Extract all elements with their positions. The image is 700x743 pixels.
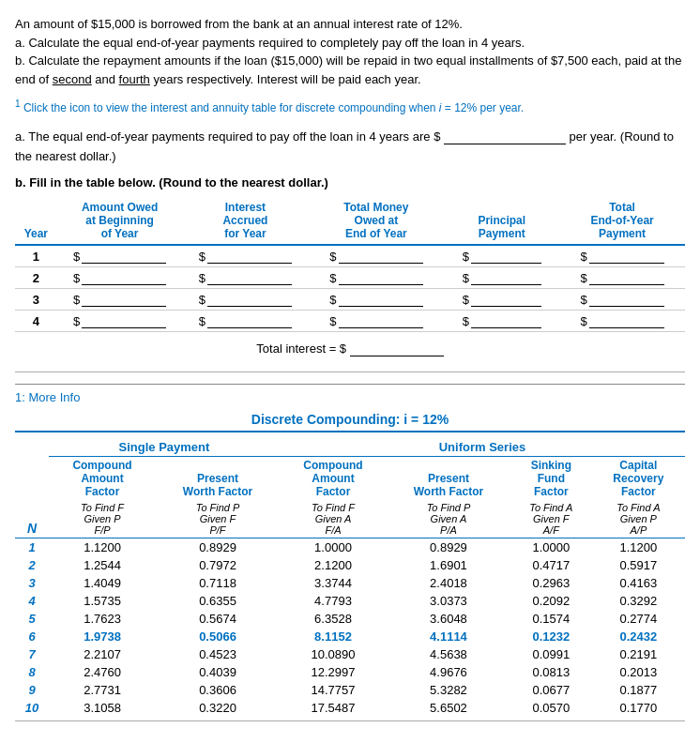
pf-cell: 0.3606 bbox=[156, 681, 280, 699]
amount-owed-input[interactable] bbox=[82, 270, 166, 285]
fp-cell: 1.9738 bbox=[49, 628, 156, 645]
amount-owed-input[interactable] bbox=[82, 249, 166, 264]
interest-cell: $ bbox=[183, 245, 309, 267]
year-cell: 2 bbox=[15, 267, 57, 289]
total-money-input[interactable] bbox=[339, 313, 423, 328]
ap-cell: 0.3292 bbox=[592, 592, 685, 610]
dc-table-row: 5 1.7623 0.5674 6.3528 3.6048 0.1574 0.2… bbox=[15, 610, 685, 628]
pa-cell: 2.4018 bbox=[387, 574, 510, 592]
ap-header: To Find AGiven PA/P bbox=[592, 500, 685, 538]
sinking-fund-header: SinkingFundFactor bbox=[510, 457, 592, 501]
pf-cell: 0.4523 bbox=[156, 645, 280, 663]
pa-cell: 5.6502 bbox=[387, 699, 510, 717]
dc-title: Discrete Compounding: i = 12% bbox=[15, 412, 685, 432]
eoy-cell: $ bbox=[559, 245, 685, 267]
fp-cell: 1.5735 bbox=[49, 592, 156, 610]
amount-owed-cell: $ bbox=[57, 267, 183, 289]
principal-cell: $ bbox=[444, 267, 559, 289]
more-info-toggle[interactable]: 1: More Info bbox=[15, 390, 685, 404]
year-cell: 1 bbox=[15, 245, 57, 267]
fa-cell: 2.1200 bbox=[280, 556, 387, 574]
principal-input[interactable] bbox=[471, 313, 541, 328]
total-money-input[interactable] bbox=[339, 292, 423, 307]
principal-input[interactable] bbox=[471, 292, 541, 307]
pf-cell: 0.7972 bbox=[156, 556, 280, 574]
af-cell: 0.0677 bbox=[510, 681, 592, 699]
dc-table-row: 9 2.7731 0.3606 14.7757 5.3282 0.0677 0.… bbox=[15, 681, 685, 699]
compound-amount-us-header: CompoundAmountFactor bbox=[280, 457, 387, 501]
interest-input[interactable] bbox=[207, 313, 292, 328]
total-interest-input[interactable] bbox=[350, 341, 444, 356]
af-cell: 0.1574 bbox=[510, 610, 592, 628]
dc-table: N Single Payment Uniform Series Compound… bbox=[15, 438, 685, 717]
intro-line2a: a. Calculate the equal end-of-year payme… bbox=[15, 34, 685, 53]
principal-cell: $ bbox=[444, 311, 559, 332]
fp-cell: 2.7731 bbox=[49, 681, 156, 699]
af-cell: 0.2963 bbox=[510, 574, 592, 592]
dc-table-row: 3 1.4049 0.7118 3.3744 2.4018 0.2963 0.4… bbox=[15, 574, 685, 592]
af-cell: 0.0813 bbox=[510, 663, 592, 681]
af-cell: 0.0570 bbox=[510, 699, 592, 717]
eoy-input[interactable] bbox=[589, 270, 664, 285]
total-interest-label: Total interest = $ bbox=[256, 341, 346, 356]
col-interest: InterestAccruedfor Year bbox=[183, 197, 309, 245]
table-row: 1 $ $ $ $ $ bbox=[15, 245, 685, 267]
part-a-input[interactable] bbox=[444, 129, 566, 144]
table-row: 4 $ $ $ $ $ bbox=[15, 311, 685, 332]
pa-cell: 4.9676 bbox=[387, 663, 510, 681]
ap-cell: 0.2013 bbox=[592, 663, 685, 681]
col-total-eoy: TotalEnd-of-YearPayment bbox=[559, 197, 685, 245]
pf-cell: 0.5066 bbox=[156, 628, 280, 645]
n-cell: 3 bbox=[15, 574, 49, 592]
principal-input[interactable] bbox=[471, 249, 541, 264]
ap-cell: 0.2191 bbox=[592, 645, 685, 663]
interest-cell: $ bbox=[183, 267, 309, 289]
eoy-cell: $ bbox=[559, 267, 685, 289]
af-cell: 0.1232 bbox=[510, 628, 592, 645]
fa-cell: 10.0890 bbox=[280, 645, 387, 663]
eoy-input[interactable] bbox=[589, 313, 664, 328]
principal-cell: $ bbox=[444, 245, 559, 267]
ap-cell: 0.1770 bbox=[592, 699, 685, 717]
fa-cell: 6.3528 bbox=[280, 610, 387, 628]
n-cell: 8 bbox=[15, 663, 49, 681]
interest-input[interactable] bbox=[207, 270, 292, 285]
ap-cell: 0.1877 bbox=[592, 681, 685, 699]
n-cell: 4 bbox=[15, 592, 49, 610]
amount-owed-cell: $ bbox=[57, 311, 183, 332]
n-cell: 1 bbox=[15, 538, 49, 557]
pa-cell: 3.6048 bbox=[387, 610, 510, 628]
af-cell: 0.4717 bbox=[510, 556, 592, 574]
total-money-input[interactable] bbox=[339, 249, 423, 264]
total-money-cell: $ bbox=[308, 311, 444, 332]
present-worth-header: PresentWorth Factor bbox=[156, 457, 280, 501]
col-total-money: Total MoneyOwed atEnd of Year bbox=[308, 197, 444, 245]
af-cell: 0.0991 bbox=[510, 645, 592, 663]
main-table: Year Amount Owedat Beginningof Year Inte… bbox=[15, 197, 685, 332]
fa-cell: 17.5487 bbox=[280, 699, 387, 717]
interest-input[interactable] bbox=[207, 249, 292, 264]
dc-table-row: 6 1.9738 0.5066 8.1152 4.1114 0.1232 0.2… bbox=[15, 628, 685, 645]
more-info-section: 1: More Info Discrete Compounding: i = 1… bbox=[15, 384, 685, 721]
pa-cell: 4.1114 bbox=[387, 628, 510, 645]
total-money-cell: $ bbox=[308, 267, 444, 289]
eoy-input[interactable] bbox=[589, 292, 664, 307]
amount-owed-input[interactable] bbox=[82, 292, 166, 307]
af-cell: 1.0000 bbox=[510, 538, 592, 557]
fp-header: To Find FGiven PF/P bbox=[49, 500, 156, 538]
ap-cell: 0.4163 bbox=[592, 574, 685, 592]
pa-cell: 5.3282 bbox=[387, 681, 510, 699]
interest-input[interactable] bbox=[207, 292, 292, 307]
amount-owed-input[interactable] bbox=[82, 313, 166, 328]
amount-owed-cell: $ bbox=[57, 289, 183, 311]
af-cell: 0.2092 bbox=[510, 592, 592, 610]
table-row: 2 $ $ $ $ $ bbox=[15, 267, 685, 289]
principal-cell: $ bbox=[444, 289, 559, 311]
total-money-input[interactable] bbox=[339, 270, 423, 285]
part-a-section: a. The equal end-of-year payments requir… bbox=[15, 128, 685, 167]
principal-input[interactable] bbox=[471, 270, 541, 285]
n-header: N bbox=[15, 438, 49, 538]
eoy-input[interactable] bbox=[589, 249, 664, 264]
ap-cell: 1.1200 bbox=[592, 538, 685, 557]
dc-table-row: 2 1.2544 0.7972 2.1200 1.6901 0.4717 0.5… bbox=[15, 556, 685, 574]
